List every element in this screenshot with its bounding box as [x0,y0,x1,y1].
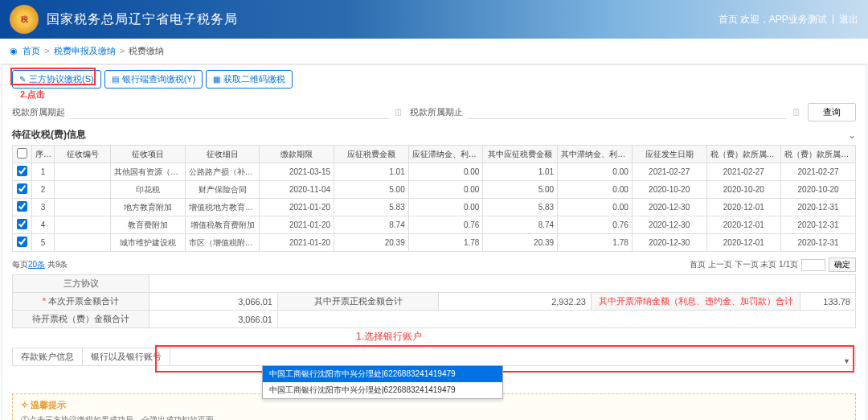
cell: 公路路产损（补）修费 [185,163,260,181]
cell [55,216,111,234]
end-label: 税款所属期止 [410,106,463,118]
bc-l2: 税费缴纳 [129,46,164,56]
cell [55,234,111,252]
col-header: 征收编号 [55,146,111,163]
dropdown-arrow-icon[interactable]: ▼ [843,357,850,365]
tab-bank-query-pay[interactable]: ▤ 银行端查询缴税(Y) [104,70,203,89]
cell: 地方教育附加 [111,199,186,216]
query-button[interactable]: 查询 [808,103,856,121]
calendar-icon[interactable]: 🗓 [394,107,403,118]
cell: 2020-12-01 [706,216,781,234]
pg-pre: 每页 [12,260,28,269]
tip-line: ①点击三方协议缴税如果成功后，会弹出成功扣款页面。 [21,414,847,420]
table-row[interactable]: 4教育费附加增值税教育费附加2021-01-208.740.768.740.76… [13,216,856,234]
table-row[interactable]: 5城市维护建设税市区（增值税附征）2021-01-2020.391.7820.3… [13,234,856,252]
bank-option-selected[interactable]: 中国工商银行沈阳市中兴分理处|6226883241419479 [263,366,502,382]
select-all-checkbox[interactable] [17,148,27,159]
bank-select[interactable]: ▼ [170,355,855,360]
tax-logo: 税 [10,5,39,34]
cell: 0.00 [558,163,633,181]
tips-title-text: 温馨提示 [31,400,66,410]
app-title: 国家税务总局辽宁省电子税务局 [47,11,238,28]
cell: 0.76 [408,216,483,234]
pg-post: 共9条 [45,260,68,269]
row-checkbox[interactable] [17,237,27,247]
tax-grid: 序号征收编号征收项目征收细目缴款期限应征税费金额应征滞纳金、利息、违约其中应征税… [2,145,866,255]
page-go-button[interactable]: 确定 [829,257,856,272]
cell: 2021-01-20 [260,234,334,252]
row-checkbox[interactable] [17,183,27,194]
row-checkbox[interactable] [17,219,27,229]
calendar-icon[interactable]: 🗓 [792,107,801,118]
logout-link[interactable]: 退出 [839,13,858,27]
section-title: 待征收税(费)信息 ⌄ [2,125,866,145]
bc-home[interactable]: 首页 [23,46,40,56]
cell: 1.78 [408,234,483,252]
col-header: 征收项目 [111,146,186,163]
cell: 2020-10-20 [632,181,706,199]
cell: 3 [32,199,55,216]
cell: 教育费附加 [111,216,186,234]
annotation-click: 2.点击 [20,89,45,101]
sum-tax-val: 2,932.23 [439,293,592,311]
period-end-input[interactable] [468,105,787,119]
cell: 0.00 [558,199,633,216]
tips-title: ✧ 温馨提示 [21,399,847,411]
cell: 1.01 [334,163,409,181]
row-checkbox[interactable] [17,166,27,176]
nav-links[interactable]: 首页 上一页 下一页 末页 1/1页 [690,259,798,270]
cell: 2020-12-31 [781,199,856,216]
cell: 2020-12-30 [632,234,706,252]
cell: 2020-10-20 [781,181,856,199]
row-checkbox[interactable] [17,201,27,212]
sum-pending-lbl: 待开票税（费）金额合计 [13,311,149,328]
sum-tax-lbl: 其中开票正税金额合计 [278,293,439,311]
filter-bar: 税款所属期起 🗓 税款所属期止 🗓 查询 [2,100,866,125]
cell: 0.00 [558,181,633,199]
sum-penalty-val: 133.78 [800,293,856,311]
sum-tripartite-lbl: 三方协议 [13,275,149,293]
bank-info-label: 存款账户信息 [13,348,83,365]
page-size-info: 每页20条 共9条 [12,259,68,270]
collapse-icon[interactable]: ⌄ [848,130,856,141]
action-tabs: ✎ 三方协议缴税(S) ▤ 银行端查询缴税(Y) ▦ 获取二维码缴税 [2,64,866,89]
start-label: 税款所属期起 [12,106,65,118]
tab-label: 银行端查询缴税(Y) [122,73,196,85]
header-actions: 首页 欢迎，APP业务测试 | 退出 [719,13,858,27]
pencil-icon: ✎ [19,75,26,84]
bank-option[interactable]: 中国工商银行沈阳市中兴分理处|6226883241419479 [263,382,502,398]
cell: 0.00 [408,181,483,199]
period-start-input[interactable] [70,105,389,119]
col-header: 其中滞纳金、利息、违约 [558,146,633,163]
period-end-field: 税款所属期止 🗓 [410,105,801,119]
cell: 5.00 [334,181,409,199]
cell: 增值税教育费附加 [185,216,260,234]
cell: 2021-03-15 [260,163,334,181]
welcome-text[interactable]: 首页 欢迎，APP业务测试 [719,13,827,27]
table-row[interactable]: 2印花税财产保险合同2020-11-045.000.005.000.002020… [13,181,856,199]
tab-qrcode-pay[interactable]: ▦ 获取二维码缴税 [206,70,293,89]
cell [55,199,111,216]
tab-tripartite-pay[interactable]: ✎ 三方协议缴税(S) [12,70,101,89]
cell: 增值税地方教育附加 [185,199,260,216]
cell: 20.39 [483,234,558,252]
cell: 5.00 [483,181,558,199]
cell: 5.83 [334,199,409,216]
col-header: 征收细目 [185,146,260,163]
bc-l1[interactable]: 税费申报及缴纳 [54,46,116,56]
pin-icon: ◉ [10,46,18,56]
cell: 财产保险合同 [185,181,260,199]
cell: 0.00 [408,163,483,181]
breadcrumb: ◉ 首页 > 税费申报及缴纳 > 税费缴纳 [0,39,868,64]
page-size-link[interactable]: 20条 [28,260,45,269]
tab-label: 三方协议缴税(S) [29,73,94,85]
bank-account-section: 存款账户信息 银行以及银行账号 ▼ 中国工商银行沈阳市中兴分理处|6226883… [2,343,866,366]
page-input[interactable] [801,259,825,271]
annotation-select-bank: 1.选择银行账户 [356,330,422,344]
table-row[interactable]: 3地方教育附加增值税地方教育附加2021-01-205.830.005.830.… [13,199,856,216]
list-icon: ▤ [112,75,119,84]
cell: 20.39 [334,234,409,252]
cell: 2021-01-20 [260,199,334,216]
period-start-field: 税款所属期起 🗓 [12,105,403,119]
table-row[interactable]: 1其他国有资源（资产）有偿使用...公路路产损（补）修费2021-03-151.… [13,163,856,181]
